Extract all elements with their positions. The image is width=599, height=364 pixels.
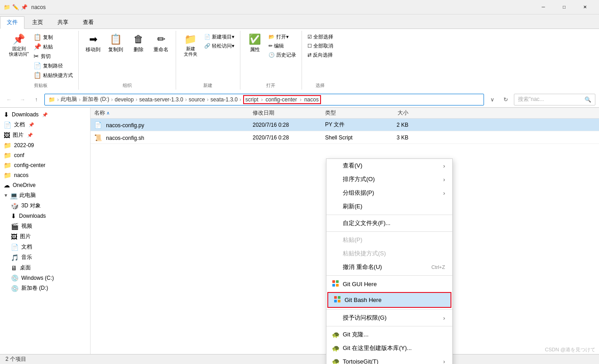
breadcrumb-develop[interactable]: develop	[115, 96, 134, 103]
ctx-paste-shortcut[interactable]: 粘贴快捷方式(S)	[326, 247, 452, 260]
sidebar-item-pictures[interactable]: 🖼 图片	[7, 231, 90, 242]
drive-c-icon: 💿	[11, 274, 19, 282]
delete-button[interactable]: 🗑 删除	[128, 33, 149, 54]
new-item-button[interactable]: 📄 新建项目▾	[202, 33, 236, 41]
sidebar-item-docs-quick[interactable]: 📄 文档 📌	[0, 120, 90, 130]
rename-button[interactable]: ✏ 重命名	[150, 33, 172, 54]
pin-icon-downloads: 📌	[42, 112, 48, 117]
svg-rect-1	[336, 280, 339, 283]
col-name-label: 名称	[94, 110, 105, 116]
sidebar-this-pc-header[interactable]: ▼ 💻 此电脑	[0, 190, 90, 201]
file-row-sh[interactable]: 📜 nacos-config.sh 2020/7/16 0:28 Shell S…	[91, 131, 599, 144]
close-button[interactable]: ✕	[575, 0, 595, 14]
file-row-py[interactable]: 📄 nacos-config.py 2020/7/16 0:28 PY 文件 2…	[91, 119, 599, 131]
breadcrumb-seata[interactable]: seata-1.3.0	[211, 96, 238, 103]
sidebar-item-windows-c[interactable]: 💿 Windows (C:)	[7, 273, 90, 283]
col-header-type[interactable]: 类型	[321, 109, 376, 117]
ctx-grant-arrow: ›	[443, 315, 445, 321]
sidebar-item-video[interactable]: 🎬 视频	[7, 221, 90, 231]
select-all-button[interactable]: ☑ 全部选择	[306, 33, 335, 41]
ctx-git-create-repo[interactable]: 🐢 Git 在这里创建版本库(Y)...	[326, 341, 452, 355]
sidebar-item-conf[interactable]: 📁 conf	[0, 150, 90, 160]
breadcrumb-source[interactable]: source	[189, 96, 205, 103]
ctx-sort[interactable]: 排序方式(O) ›	[326, 172, 452, 186]
ctx-paste[interactable]: 粘贴(P)	[326, 233, 452, 247]
copy-button[interactable]: 📋 复制	[32, 33, 75, 42]
new-folder-button[interactable]: 📁 新建文件夹	[180, 33, 201, 58]
tab-file[interactable]: 文件	[0, 16, 24, 29]
copy-path-button[interactable]: 📄 复制路径	[32, 61, 75, 70]
ctx-git-clone[interactable]: 🐢 Git 克隆...	[326, 328, 452, 341]
ctx-git-bash[interactable]: Git Bash Here	[327, 292, 451, 308]
col-header-name[interactable]: 名称 ∧	[91, 109, 249, 117]
forward-button[interactable]: →	[17, 94, 28, 105]
tab-home[interactable]: 主页	[25, 16, 50, 29]
ctx-custom-folder[interactable]: 自定义文件夹(F)...	[326, 216, 452, 230]
breadcrumb-script[interactable]: script	[245, 96, 259, 103]
easy-access-button[interactable]: 🔗 轻松访问▾	[202, 42, 236, 50]
sidebar-item-onedrive[interactable]: ☁ OneDrive	[0, 180, 90, 190]
ctx-grant-access[interactable]: 授予访问权限(G) ›	[326, 311, 452, 325]
ctx-refresh[interactable]: 刷新(E)	[326, 200, 452, 213]
edit-file-label: ✏ 编辑	[268, 43, 284, 49]
breadcrumb-seata-server[interactable]: seata-server-1.3.0	[139, 96, 183, 103]
sidebar-item-downloads-quick[interactable]: ⬇ Downloads 📌	[0, 110, 90, 120]
back-button[interactable]: ←	[4, 94, 14, 105]
sidebar-item-2022[interactable]: 📁 2022-09	[0, 140, 90, 150]
pin-quick-access-button[interactable]: 📌 固定到快速访问"	[7, 33, 31, 58]
cut-button[interactable]: ✂ 剪切	[32, 52, 75, 61]
rename-icon: ✏	[157, 34, 165, 45]
invert-select-button[interactable]: ⇄ 反向选择	[306, 51, 335, 59]
status-count: 2 个项目	[5, 355, 26, 363]
sidebar-item-nacos-sidebar[interactable]: 📁 nacos	[0, 170, 90, 180]
ctx-group-arrow: ›	[443, 190, 445, 196]
tab-view[interactable]: 查看	[76, 16, 101, 29]
sidebar-item-pics-quick[interactable]: 🖼 图片 📌	[0, 130, 90, 140]
ctx-view[interactable]: 查看(V) ›	[326, 159, 452, 172]
sidebar-item-desktop[interactable]: 🖥 桌面	[7, 263, 90, 273]
edit-file-button[interactable]: ✏ 编辑	[267, 42, 298, 50]
properties-button[interactable]: ✅ 属性	[244, 33, 266, 54]
maximize-button[interactable]: □	[554, 0, 575, 14]
refresh-button[interactable]: ↻	[500, 94, 511, 105]
ribbon-select-small: ☑ 全部选择 ☐ 全部取消 ⇄ 反向选择	[306, 33, 335, 59]
ribbon-group-organize: ➡ 移动到 📋 复制到 🗑 删除 ✏ 重命名 组织	[79, 31, 176, 90]
sidebar-item-config-center[interactable]: 📁 config-center	[0, 160, 90, 170]
sidebar-item-3d[interactable]: 🎲 3D 对象	[7, 201, 90, 211]
up-button[interactable]: ↑	[31, 94, 42, 105]
ctx-tortoise-git[interactable]: 🐢 TortoiseGit(T) ›	[326, 355, 452, 364]
sidebar-item-drive-d[interactable]: 💿 新加卷 (D:)	[7, 283, 90, 293]
select-none-button[interactable]: ☐ 全部取消	[306, 42, 335, 50]
file-size-sh: 3 KB	[376, 134, 412, 141]
ctx-git-gui[interactable]: Git GUI Here	[326, 277, 452, 291]
title-bar-title: nacos	[31, 4, 533, 10]
col-header-date[interactable]: 修改日期	[249, 109, 321, 117]
ctx-undo[interactable]: 撤消 重命名(U) Ctrl+Z	[326, 260, 452, 274]
open-button[interactable]: 📂 打开▾	[267, 33, 298, 41]
new-folder-icon: 📁	[184, 34, 196, 45]
ctx-undo-shortcut: Ctrl+Z	[431, 264, 445, 270]
ctx-sep-2	[326, 231, 452, 232]
tab-share[interactable]: 共享	[51, 16, 75, 29]
minimize-button[interactable]: ─	[533, 0, 554, 14]
ctx-group[interactable]: 分组依据(P) ›	[326, 186, 452, 200]
sidebar-item-music[interactable]: 🎵 音乐	[7, 252, 90, 263]
paste-shortcut-button[interactable]: 📋 粘贴快捷方式	[32, 71, 75, 80]
breadcrumb-config-center[interactable]: config-center	[266, 96, 297, 103]
breadcrumb-drive[interactable]: 新加卷 (D:)	[82, 96, 109, 103]
sidebar-item-documents[interactable]: 📄 文档	[7, 242, 90, 252]
folder-icon: 📁	[4, 4, 10, 10]
col-header-size[interactable]: 大小	[376, 109, 412, 117]
music-icon: 🎵	[11, 254, 19, 261]
paste-button[interactable]: 📌 粘贴	[32, 42, 75, 51]
chevron-down-button[interactable]: ∨	[487, 94, 498, 105]
breadcrumb-bar[interactable]: 📁 › 此电脑 › 新加卷 (D:) › develop › seata-ser…	[44, 94, 484, 105]
move-to-button[interactable]: ➡ 移动到	[82, 33, 104, 54]
search-bar[interactable]: 搜索"nac... 🔍	[514, 94, 595, 105]
sidebar-item-downloads[interactable]: ⬇ Downloads	[7, 211, 90, 221]
breadcrumb-this-pc[interactable]: 此电脑	[61, 96, 77, 103]
breadcrumb-sep-1: ›	[79, 96, 81, 103]
copy-to-button[interactable]: 📋 复制到	[105, 33, 127, 54]
history-button[interactable]: 🕒 历史记录	[267, 51, 298, 59]
breadcrumb-nacos[interactable]: nacos	[304, 96, 319, 103]
